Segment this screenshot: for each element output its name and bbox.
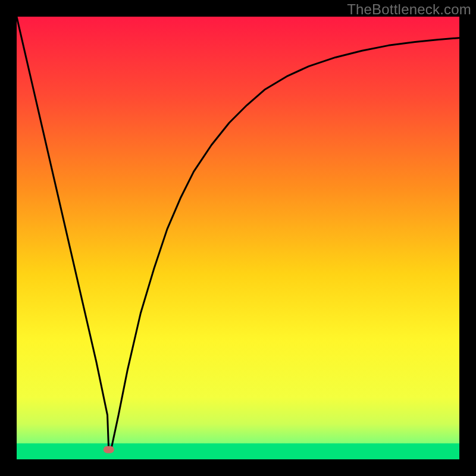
bottom-band (17, 443, 459, 459)
gradient-background (17, 17, 459, 459)
optimal-point-marker (104, 446, 114, 453)
bottleneck-chart (17, 17, 459, 459)
watermark-text: TheBottleneck.com (347, 1, 471, 18)
plot-area (17, 17, 459, 459)
chart-frame: TheBottleneck.com (0, 0, 476, 476)
